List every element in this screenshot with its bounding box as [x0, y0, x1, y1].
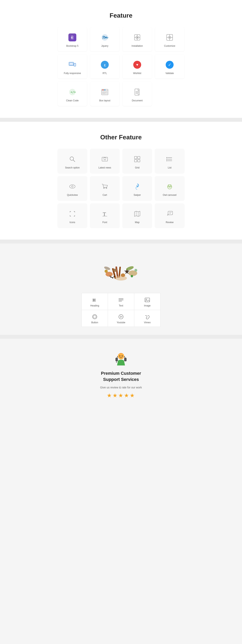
font-icon-wrap: T	[100, 209, 110, 218]
youtube-icon	[118, 314, 124, 320]
review-icon	[166, 210, 173, 217]
feature-card-bootstrap5: B Bootstrap 5	[58, 27, 87, 51]
cleancode-icon: </>	[69, 88, 76, 96]
vimeo-icon	[145, 314, 150, 320]
bootstrap5-label: Bootstrap 5	[66, 44, 78, 47]
swiper-icon: S	[134, 183, 141, 190]
grid-label: Grid	[135, 166, 140, 169]
feature-card-document: Document	[123, 82, 152, 106]
responsive-icon	[69, 61, 76, 68]
search-icon-wrap	[68, 154, 77, 164]
svg-point-5	[137, 37, 138, 38]
swiper-label: Swiper	[134, 194, 141, 196]
bootstrap-icon: B	[68, 34, 76, 42]
feature-card-customize: Customize	[155, 27, 184, 51]
widget-cell-button: Button	[82, 310, 108, 327]
svg-point-94	[93, 315, 96, 318]
installation-icon-wrap	[132, 33, 142, 42]
owlcarousel-icon	[166, 183, 173, 190]
grid-icon	[134, 156, 141, 163]
list-icon	[166, 156, 173, 163]
svg-rect-33	[135, 89, 139, 95]
svg-text:B: B	[71, 36, 73, 39]
feature-card-rtl: ع RTL	[90, 54, 119, 78]
svg-point-50	[167, 159, 167, 160]
svg-point-95	[119, 314, 123, 319]
other-card-owlcarousel: Owl carousel	[155, 176, 184, 200]
section-divider-2	[0, 240, 242, 244]
other-card-review: Review	[155, 204, 184, 228]
svg-point-79	[111, 276, 112, 278]
svg-point-52	[70, 185, 75, 188]
other-card-latestnews: Latest news	[90, 149, 119, 173]
button-icon	[92, 314, 97, 320]
map-label: Map	[135, 221, 139, 224]
document-label: Document	[132, 99, 143, 102]
wishlist-icon: ♥	[133, 61, 141, 69]
boxlayout-label: Box layout	[99, 99, 110, 102]
other-card-search: Search option	[58, 149, 87, 173]
spices-section: H Heading Text Image	[0, 244, 242, 335]
svg-text:S: S	[136, 184, 138, 188]
icons-icon	[69, 210, 76, 217]
latestnews-label: Latest news	[98, 166, 111, 169]
map-icon-wrap	[132, 209, 142, 218]
support-avatar-illustration	[113, 350, 129, 368]
feature-grid: B Bootstrap 5 jQuery Jquery	[58, 27, 184, 106]
svg-point-51	[167, 160, 167, 161]
list-label: List	[168, 166, 172, 169]
latestnews-icon	[101, 156, 108, 163]
svg-marker-96	[120, 316, 122, 318]
feature-card-wishlist: ♥ Wishlist	[123, 54, 152, 78]
svg-point-101	[122, 356, 123, 356]
svg-point-80	[112, 277, 113, 278]
heading-widget-label: Heading	[90, 304, 99, 307]
icons-icon-wrap	[68, 209, 77, 218]
font-icon: T	[101, 210, 108, 217]
svg-point-22	[75, 66, 75, 66]
owlcarousel-label: Owl carousel	[163, 194, 176, 196]
other-card-font: T Font	[90, 204, 119, 228]
other-card-list: List	[155, 149, 184, 173]
svg-point-92	[146, 299, 147, 300]
owlcarousel-icon-wrap	[165, 182, 174, 191]
svg-rect-42	[134, 156, 137, 159]
list-icon-wrap	[165, 154, 174, 164]
svg-point-12	[169, 37, 170, 38]
installation-label: Installation	[131, 44, 143, 47]
cart-icon	[101, 183, 108, 190]
cleancode-label: Clean Code	[66, 99, 78, 102]
customize-icon-wrap	[165, 33, 174, 42]
search-label: Search option	[65, 166, 80, 169]
latestnews-icon-wrap	[100, 154, 110, 164]
feature-card-validate: ✓ Validate	[155, 54, 184, 78]
svg-point-82	[114, 276, 115, 277]
svg-rect-97	[115, 358, 118, 361]
section-divider-1	[0, 118, 242, 122]
rtl-text: ع	[104, 63, 106, 66]
other-card-map: Map	[123, 204, 152, 228]
validate-label: Validate	[166, 72, 174, 75]
boxlayout-icon	[101, 88, 108, 96]
widget-grid: H Heading Text Image	[81, 293, 161, 327]
vimeo-widget-label: Vimeo	[144, 321, 151, 324]
widget-cell-vimeo: Vimeo	[134, 310, 160, 327]
spices-illustration	[99, 256, 143, 284]
rtl-icon-wrap: ع	[100, 60, 110, 70]
image-widget-label: Image	[144, 304, 150, 307]
feature-title: Feature	[4, 12, 238, 19]
svg-point-53	[72, 186, 73, 187]
svg-rect-91	[145, 298, 150, 302]
svg-rect-44	[134, 160, 137, 162]
svg-rect-21	[74, 64, 75, 66]
svg-rect-27	[102, 90, 104, 90]
other-card-grid: Grid	[123, 149, 152, 173]
installation-icon	[134, 34, 141, 41]
youtube-widget-label: Youtube	[117, 321, 125, 324]
quickview-icon	[69, 183, 76, 190]
svg-point-86	[113, 269, 117, 272]
svg-point-72	[126, 270, 128, 272]
text-icon	[118, 297, 124, 303]
svg-point-60	[168, 186, 169, 187]
other-card-icons: Icons	[58, 204, 87, 228]
